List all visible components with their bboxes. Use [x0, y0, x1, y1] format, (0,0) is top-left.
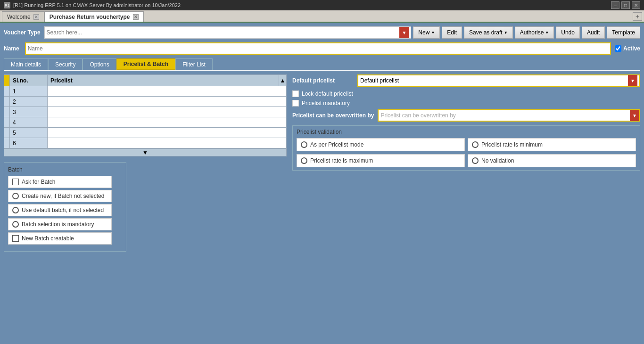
radio-minimum[interactable] [472, 141, 479, 148]
validation-option-mode[interactable]: As per Pricelist mode [297, 138, 465, 151]
radio-minimum-label: Pricelist rate is minimum [481, 141, 543, 148]
lock-default-label: Lock default pricelist [302, 90, 353, 97]
radio-none[interactable] [472, 157, 479, 164]
minimize-button[interactable]: – [611, 1, 619, 9]
tab-filter-list[interactable]: Filter List [175, 58, 213, 70]
radio-maximum[interactable] [301, 157, 307, 164]
overwrite-placeholder: Pricelist can be overwritten by [379, 112, 630, 119]
row-6-pricelist[interactable] [48, 138, 286, 148]
pricelist-mandatory-label: Pricelist mandatory [302, 100, 350, 106]
batch-section: Batch Ask for Batch Create new, if Batch… [4, 162, 126, 252]
use-default-radio[interactable] [12, 207, 19, 213]
use-default-label: Use default batch, if not selected [22, 207, 104, 213]
create-new-radio[interactable] [12, 193, 19, 199]
tab-purchase-return[interactable]: Purchase Return vouchertype ✕ [44, 11, 144, 22]
tab-welcome-label: Welcome [7, 14, 31, 20]
ask-for-batch-option[interactable]: Ask for Batch [8, 176, 112, 188]
radio-mode[interactable] [301, 141, 307, 148]
validation-group: Pricelist validation As per Pricelist mo… [292, 125, 640, 171]
validation-option-maximum[interactable]: Pricelist rate is maximum [297, 154, 465, 167]
audit-button[interactable]: Audit [582, 26, 605, 39]
tab-options[interactable]: Options [83, 58, 116, 70]
row-4-pricelist[interactable] [48, 117, 286, 127]
new-dropdown-arrow: ▼ [431, 31, 435, 35]
row-3-slno: 3 [10, 107, 48, 117]
tab-welcome[interactable]: Welcome ✕ [2, 11, 44, 22]
validation-option-minimum[interactable]: Pricelist rate is minimum [468, 138, 636, 151]
new-button-label: New [418, 29, 429, 36]
default-pricelist-arrow[interactable]: ▼ [628, 75, 637, 86]
default-pricelist-row: Default pricelist Default pricelist ▼ [292, 74, 640, 87]
name-row: Name Active [4, 42, 640, 55]
title-text: [R1] Running ERP 5.1 on CMAX Server By a… [13, 2, 181, 8]
new-batch-creatable-option[interactable]: New Batch creatable [8, 232, 112, 245]
row-indicator-2 [4, 97, 10, 106]
row-3-pricelist[interactable] [48, 107, 286, 117]
default-pricelist-dropdown[interactable]: Default pricelist ▼ [357, 74, 640, 87]
pricelist-mandatory-row: Pricelist mandatory [292, 100, 640, 106]
save-as-draft-label: Save as draft [469, 29, 503, 36]
table-rows: 1 2 3 4 [4, 86, 286, 148]
overwrite-label: Pricelist can be overwritten by [292, 112, 374, 119]
row-indicator-5 [4, 128, 10, 138]
row-indicator-3 [4, 107, 10, 117]
ask-for-batch-label: Ask for Batch [22, 179, 55, 185]
tab-main-details[interactable]: Main details [4, 58, 48, 70]
tab-main-details-label: Main details [11, 61, 41, 68]
active-wrapper: Active [615, 45, 640, 52]
scroll-down-btn[interactable]: ▼ [4, 148, 286, 156]
col-pricelist-header: Pricelist [48, 75, 279, 86]
undo-label: Undo [561, 29, 575, 36]
template-button[interactable]: Template [607, 26, 640, 39]
create-new-label: Create new, if Batch not selected [22, 193, 104, 199]
col-slno-header: Sl.no. [10, 75, 48, 86]
voucher-type-search-wrapper: ▼ [44, 26, 412, 39]
row-2-pricelist[interactable] [48, 97, 286, 106]
radio-none-label: No validation [481, 157, 514, 164]
col-indicator [4, 75, 10, 86]
name-input[interactable] [25, 42, 611, 55]
row-indicator-6 [4, 138, 10, 148]
radio-mode-label: As per Pricelist mode [310, 141, 363, 148]
save-as-draft-button[interactable]: Save as draft ▼ [464, 26, 513, 39]
right-panel: Default pricelist Default pricelist ▼ Lo… [287, 74, 640, 252]
save-draft-dropdown-arrow: ▼ [504, 31, 508, 35]
batch-mandatory-option[interactable]: Batch selection is mandatory [8, 218, 112, 230]
overwrite-dropdown[interactable]: Pricelist can be overwritten by ▼ [378, 109, 640, 122]
close-button[interactable]: ✕ [632, 1, 640, 9]
lock-default-checkbox[interactable] [292, 90, 299, 97]
row-indicator-4 [4, 117, 10, 127]
overwrite-arrow[interactable]: ▼ [630, 110, 639, 121]
new-batch-creatable-label: New Batch creatable [22, 235, 74, 242]
default-pricelist-label: Default pricelist [292, 77, 354, 84]
add-tab-button[interactable]: + [633, 12, 642, 21]
ask-for-batch-checkbox[interactable] [12, 179, 19, 185]
new-batch-creatable-checkbox[interactable] [12, 235, 19, 242]
maximize-button[interactable]: □ [621, 1, 630, 9]
create-new-option[interactable]: Create new, if Batch not selected [8, 190, 112, 202]
row-1-pricelist[interactable] [48, 86, 286, 96]
default-pricelist-value: Default pricelist [360, 77, 628, 84]
edit-button[interactable]: Edit [442, 26, 462, 39]
undo-button[interactable]: Undo [556, 26, 580, 39]
validation-option-none[interactable]: No validation [468, 154, 636, 167]
row-2-slno: 2 [10, 97, 48, 106]
voucher-type-dropdown-arrow[interactable]: ▼ [399, 27, 409, 38]
row-5-slno: 5 [10, 128, 48, 138]
tab-security-label: Security [55, 61, 75, 68]
row-5-pricelist[interactable] [48, 128, 286, 138]
scroll-up-btn[interactable]: ▲ [279, 75, 286, 86]
batch-mandatory-radio[interactable] [12, 221, 19, 228]
batch-title: Batch [8, 166, 122, 173]
voucher-type-search-input[interactable] [47, 29, 400, 36]
authorise-button[interactable]: Authorise ▼ [515, 26, 554, 39]
tab-security[interactable]: Security [48, 58, 83, 70]
tab-purchase-return-close[interactable]: ✕ [133, 14, 139, 20]
edit-button-label: Edit [447, 29, 457, 36]
active-checkbox[interactable] [615, 45, 621, 52]
tab-pricelist-batch[interactable]: Pricelist & Batch [116, 58, 175, 70]
tab-welcome-close[interactable]: ✕ [33, 14, 39, 20]
pricelist-mandatory-checkbox[interactable] [292, 100, 299, 106]
use-default-option[interactable]: Use default batch, if not selected [8, 204, 112, 216]
new-button[interactable]: New ▼ [413, 26, 440, 39]
